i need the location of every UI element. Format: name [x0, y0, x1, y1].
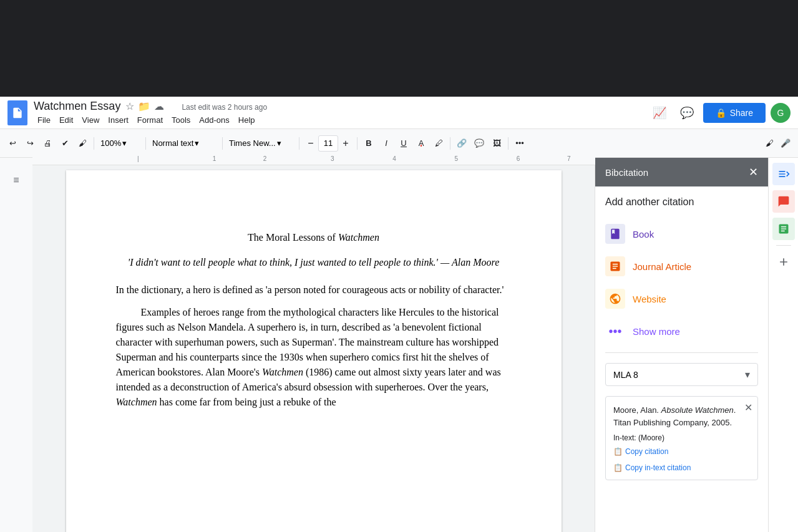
copy-intext-btn[interactable]: 📋 Copy in-text citation — [613, 463, 691, 472]
menu-insert[interactable]: Insert — [104, 114, 132, 126]
copy-icon: 📋 — [613, 447, 623, 456]
sep5 — [357, 137, 358, 150]
book-icon — [605, 224, 625, 244]
text-color-btn[interactable]: A — [414, 134, 429, 153]
doc-title[interactable]: Watchmen Essay — [34, 100, 120, 113]
panel-close-btn[interactable]: ✕ — [749, 165, 758, 179]
font-dropdown[interactable]: Times New... ▾ — [226, 134, 295, 153]
right-icon-2[interactable] — [772, 190, 795, 213]
top-bar — [0, 0, 798, 97]
menu-help[interactable]: Help — [235, 114, 259, 126]
doc-para-2: Examples of heroes range from the mythol… — [116, 305, 512, 410]
citation-author: Moore, Alan. — [613, 405, 661, 415]
share-label: Share — [730, 108, 753, 118]
sep7 — [508, 137, 508, 150]
font-size-decrease[interactable]: − — [303, 135, 318, 152]
panel-header: Bibcitation ✕ — [595, 158, 768, 186]
menu-view[interactable]: View — [78, 114, 103, 126]
font-size-input[interactable] — [318, 135, 338, 152]
header-right: 📈 💬 🔒 Share G — [648, 102, 791, 124]
voice-btn[interactable]: 🎤 — [778, 134, 793, 153]
panel-body: Add another citation Book Journal Articl… — [595, 186, 768, 532]
italic-btn[interactable]: I — [379, 134, 394, 153]
highlight-btn[interactable]: 🖊 — [431, 134, 446, 153]
copy-intext-label: Copy in-text citation — [625, 463, 691, 472]
add-icon[interactable] — [772, 251, 795, 273]
text-color-a: A — [419, 138, 424, 148]
undo-btn[interactable]: ↩ — [5, 134, 20, 153]
paintformat-btn[interactable]: 🖌 — [75, 134, 90, 153]
font-value: Times New... — [229, 138, 276, 148]
star-icon[interactable]: ☆ — [125, 100, 134, 112]
toolbar-actions: 🖌 🎤 — [762, 134, 793, 153]
outline-icon[interactable]: ≡ — [6, 170, 26, 190]
mla-label: MLA 8 — [613, 370, 745, 380]
menu-tools[interactable]: Tools — [168, 114, 194, 126]
print-btn[interactable]: 🖨 — [40, 134, 55, 153]
content-area: ≡ | 1 2 3 4 5 6 7 The Moral Lessons of W… — [0, 158, 798, 532]
more-dots-icon: ••• — [605, 321, 625, 341]
doc-heading-text: The Moral Lessons of — [248, 232, 338, 243]
avatar[interactable]: G — [771, 103, 791, 123]
doc-para-1: In the dictionary, a hero is defined as … — [116, 283, 512, 297]
bold-btn[interactable]: B — [361, 134, 376, 153]
comment-btn[interactable]: 💬 — [472, 134, 487, 153]
share-button[interactable]: 🔒 Share — [703, 103, 766, 123]
sep4 — [299, 137, 299, 150]
zoom-chevron: ▾ — [122, 138, 127, 148]
more-btn[interactable]: ••• — [512, 134, 527, 153]
google-docs-icon — [7, 100, 27, 125]
menu-addons[interactable]: Add-ons — [195, 114, 233, 126]
link-btn[interactable]: 🔗 — [454, 134, 469, 153]
citation-card-close-btn[interactable]: ✕ — [744, 402, 752, 414]
image-btn[interactable]: 🖼 — [489, 134, 504, 153]
app-container: Watchmen Essay ☆ 📁 ☁ Last edit was 2 hou… — [0, 97, 798, 532]
copy-intext-icon: 📋 — [613, 463, 623, 472]
style-chevron: ▾ — [195, 138, 199, 148]
bibcitation-panel: Bibcitation ✕ Add another citation Book — [595, 158, 768, 532]
spellcheck-btn[interactable]: ✔ — [57, 134, 72, 153]
right-icons-strip — [768, 158, 798, 532]
right-icon-1[interactable] — [772, 163, 795, 185]
right-icon-3[interactable] — [772, 218, 795, 240]
citation-type-website[interactable]: Website — [605, 283, 758, 315]
cloud-icon[interactable]: ☁ — [154, 100, 164, 112]
mla-selector[interactable]: MLA 8 ▾ — [605, 363, 758, 386]
menu-format[interactable]: Format — [134, 114, 167, 126]
folder-icon[interactable]: 📁 — [138, 100, 150, 112]
citation-type-more[interactable]: ••• Show more — [605, 315, 758, 347]
citation-type-book[interactable]: Book — [605, 218, 758, 250]
paint-icon-btn[interactable]: 🖌 — [762, 134, 777, 153]
doc-quote-text: 'I didn't want to tell people what to th… — [128, 257, 500, 268]
font-chevron: ▾ — [277, 138, 281, 148]
font-size-increase[interactable]: + — [338, 135, 353, 152]
redo-btn[interactable]: ↪ — [22, 134, 37, 153]
style-value: Normal text — [152, 138, 193, 148]
doc-heading: The Moral Lessons of Watchmen — [116, 230, 512, 245]
panel-title: Bibcitation — [605, 167, 648, 178]
zoom-dropdown[interactable]: 100% ▾ — [98, 134, 142, 153]
sep1 — [94, 137, 94, 150]
style-dropdown[interactable]: Normal text ▾ — [150, 134, 218, 153]
comments-btn[interactable]: 💬 — [676, 102, 698, 124]
para3-italic: Watchmen — [116, 397, 157, 407]
mla-chevron-icon: ▾ — [745, 369, 750, 380]
book-label: Book — [633, 229, 654, 239]
website-label: Website — [633, 294, 666, 304]
journal-icon — [605, 256, 625, 276]
title-icons: ☆ 📁 ☁ — [125, 100, 164, 112]
doc-heading-italic: Watchmen — [338, 232, 379, 243]
menu-edit[interactable]: Edit — [56, 114, 77, 126]
citation-title: Absolute Watchmen — [661, 405, 734, 415]
doc-quote: 'I didn't want to tell people what to th… — [116, 255, 512, 270]
more-label: Show more — [633, 326, 680, 337]
underline-btn[interactable]: U — [396, 134, 411, 153]
journal-label: Journal Article — [633, 261, 691, 272]
explore-btn[interactable]: 📈 — [648, 102, 671, 124]
citation-type-journal[interactable]: Journal Article — [605, 250, 758, 283]
menu-bar: File Edit View Insert Format Tools Add-o… — [34, 114, 648, 126]
menu-file[interactable]: File — [34, 114, 54, 126]
intext-label: In-text: (Moore) — [613, 433, 750, 442]
document-scroll[interactable]: | 1 2 3 4 5 6 7 The Moral Lessons of Wat… — [32, 158, 595, 532]
copy-citation-btn[interactable]: 📋 Copy citation — [613, 447, 668, 456]
